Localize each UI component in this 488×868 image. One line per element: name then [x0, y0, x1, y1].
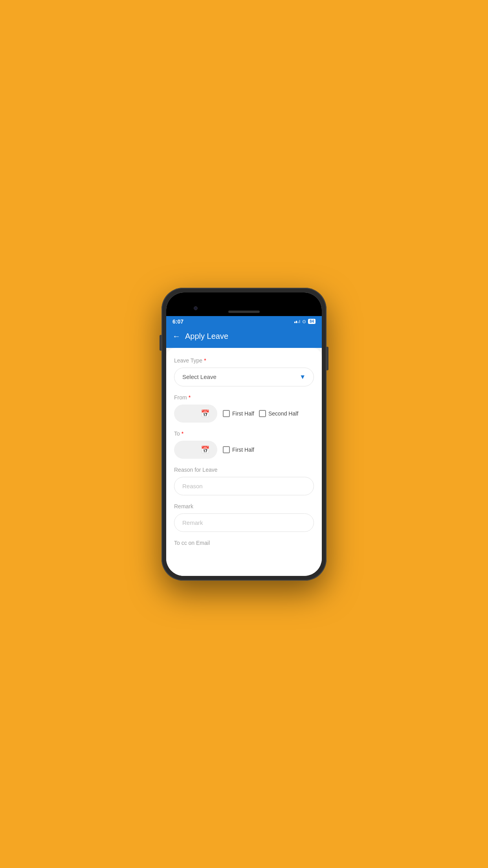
leave-type-label: Leave Type * — [174, 357, 314, 364]
remark-input[interactable] — [174, 513, 314, 532]
wifi-icon: ⊙ — [302, 319, 306, 324]
remark-label: Remark — [174, 503, 314, 509]
to-date-input[interactable]: 📅 — [174, 441, 217, 459]
content-area: Leave Type * Select Leave ▼ From * — [166, 348, 322, 576]
phone-inner: 6:07 ⊙ 84 ← Apply Leave — [166, 292, 322, 576]
phone-frame: 6:07 ⊙ 84 ← Apply Leave — [161, 288, 327, 581]
required-star-from: * — [189, 394, 191, 401]
to-section: To * 📅 First Half — [174, 430, 314, 459]
leave-type-value: Select Leave — [182, 373, 216, 380]
to-first-half-label: First Half — [232, 447, 254, 453]
from-second-half-label: Second Half — [268, 410, 298, 417]
required-star-to: * — [182, 430, 183, 437]
calendar-icon-from: 📅 — [201, 409, 209, 418]
status-bar: 6:07 ⊙ 84 — [166, 316, 322, 327]
from-second-half-checkbox[interactable]: Second Half — [259, 410, 298, 417]
to-checkboxes: First Half — [223, 446, 254, 453]
reason-label: Reason for Leave — [174, 467, 314, 473]
to-label: To * — [174, 430, 314, 437]
back-button[interactable]: ← — [172, 332, 180, 341]
required-star-leave-type: * — [204, 357, 206, 364]
app-header: ← Apply Leave — [166, 327, 322, 348]
status-icons: ⊙ 84 — [294, 319, 316, 324]
to-cc-label: To cc on Email — [174, 540, 314, 546]
from-first-half-checkbox[interactable]: First Half — [223, 410, 254, 417]
from-first-half-label: First Half — [232, 410, 254, 417]
notch-area — [166, 292, 322, 316]
from-first-half-box[interactable] — [223, 410, 230, 417]
from-checkboxes: First Half Second Half — [223, 410, 298, 417]
calendar-icon-to: 📅 — [201, 445, 209, 454]
to-first-half-box[interactable] — [223, 446, 230, 453]
to-cc-section: To cc on Email — [174, 540, 314, 546]
dropdown-arrow-icon: ▼ — [299, 373, 306, 381]
leave-type-dropdown[interactable]: Select Leave ▼ — [174, 368, 314, 386]
signal-bars-icon — [294, 320, 300, 323]
to-first-half-checkbox[interactable]: First Half — [223, 446, 254, 453]
battery-icon: 84 — [308, 319, 316, 324]
reason-section: Reason for Leave — [174, 467, 314, 495]
speaker — [228, 311, 260, 313]
remark-section: Remark — [174, 503, 314, 532]
from-date-input[interactable]: 📅 — [174, 405, 217, 423]
reason-input[interactable] — [174, 477, 314, 495]
from-section: From * 📅 First Half — [174, 394, 314, 423]
from-label: From * — [174, 394, 314, 401]
phone-screen: 6:07 ⊙ 84 ← Apply Leave — [166, 292, 322, 576]
front-camera — [194, 306, 198, 310]
form-card: Leave Type * Select Leave ▼ From * — [166, 348, 322, 576]
page-title: Apply Leave — [185, 332, 228, 341]
leave-type-section: Leave Type * Select Leave ▼ — [174, 357, 314, 386]
to-date-row: 📅 First Half — [174, 441, 314, 459]
status-time: 6:07 — [172, 318, 183, 325]
from-date-row: 📅 First Half Second Half — [174, 405, 314, 423]
from-second-half-box[interactable] — [259, 410, 266, 417]
